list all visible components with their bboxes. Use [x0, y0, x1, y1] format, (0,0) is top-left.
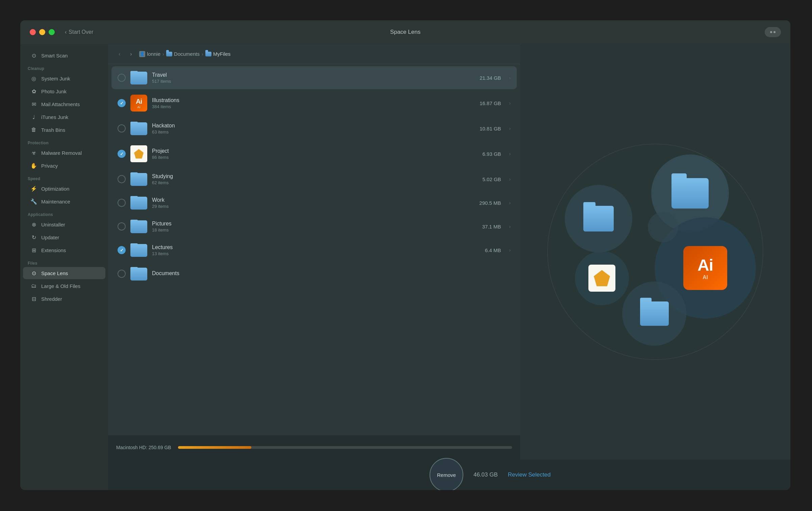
file-row-illustrations[interactable]: ✓ Ai Ai Illustrations 384 items 16.87 GB [111, 90, 517, 116]
sidebar-item-mail-attachments[interactable]: ✉ Mail Attachments [23, 98, 105, 110]
sidebar-item-malware-removal[interactable]: ☣ Malware Removal [23, 147, 105, 159]
visualization-panel: Ai AI [520, 44, 790, 460]
sidebar-item-maintenance[interactable]: 🔧 Maintenance [23, 195, 105, 208]
file-list: Travel 517 items 21.34 GB › ✓ [108, 64, 520, 435]
file-items-travel: 517 items [152, 79, 475, 84]
bubble-project[interactable] [575, 251, 629, 305]
maximize-button[interactable] [49, 29, 55, 35]
sidebar-item-label: iTunes Junk [41, 114, 68, 120]
sidebar-item-updater[interactable]: ↻ Updater [23, 231, 105, 243]
ai-icon-bubble-illustrations: Ai AI [683, 246, 727, 290]
file-size-studying: 5.02 GB [482, 176, 501, 182]
ai-text-big: Ai [136, 98, 142, 105]
sidebar-item-label: System Junk [41, 76, 70, 81]
main-window: ‹ Start Over Space Lens ⊙ Smart Scan Cle… [20, 20, 790, 490]
checkbox-studying[interactable] [118, 175, 126, 183]
privacy-icon: ✋ [30, 162, 37, 169]
sketch-diamond-bubble [594, 270, 610, 286]
checkbox-work[interactable] [118, 199, 126, 207]
file-size-lectures: 6.4 MB [485, 247, 501, 253]
page-title: Space Lens [390, 29, 421, 35]
file-row-travel[interactable]: Travel 517 items 21.34 GB › [111, 66, 517, 89]
file-size-hackaton: 10.81 GB [480, 126, 501, 131]
file-items-pictures: 18 items [152, 227, 477, 233]
sidebar-item-trash-bins[interactable]: 🗑 Trash Bins [23, 124, 105, 136]
file-row-hackaton[interactable]: Hackaton 63 items 10.81 GB › [111, 117, 517, 140]
review-selected-button[interactable]: Review Selected [508, 471, 551, 478]
folder-icon-bubble-travel [671, 178, 709, 209]
titlebar-right [765, 27, 781, 37]
remove-button[interactable]: Remove [430, 458, 463, 490]
file-info-work: Work 29 items [152, 197, 475, 209]
checkbox-hackaton[interactable] [118, 124, 126, 132]
nav-arrows: ‹ › [115, 49, 136, 59]
file-row-lectures[interactable]: ✓ Lectures 13 items 6.4 MB › [111, 239, 517, 262]
back-button-label: Start Over [69, 29, 93, 35]
file-name-work: Work [152, 197, 475, 203]
sidebar-item-shredder[interactable]: ⊟ Shredder [23, 293, 105, 305]
main-content: ⊙ Smart Scan Cleanup ◎ System Junk ✿ Pho… [20, 44, 790, 490]
sidebar-item-label: Malware Removal [41, 150, 82, 156]
breadcrumb-documents[interactable]: Documents [166, 51, 200, 57]
more-options-button[interactable] [765, 27, 781, 37]
extensions-icon: ⊞ [30, 247, 37, 253]
checkbox-illustrations[interactable]: ✓ [118, 99, 126, 107]
sidebar-item-extensions[interactable]: ⊞ Extensions [23, 244, 105, 256]
sidebar-item-itunes-junk[interactable]: ♩ iTunes Junk [23, 111, 105, 123]
check-mark3: ✓ [120, 248, 124, 253]
trash-icon: 🗑 [30, 126, 37, 133]
file-row-work[interactable]: Work 29 items 290.5 MB › [111, 191, 517, 214]
breadcrumb-myfiles[interactable]: MyFiles [205, 51, 231, 57]
file-row-studying[interactable]: Studying 62 items 5.02 GB › [111, 168, 517, 191]
file-name-project: Project [152, 148, 478, 154]
bubble-studying[interactable] [622, 282, 686, 346]
breadcrumb-sep: › [162, 51, 164, 57]
sidebar-item-large-old-files[interactable]: 🗂 Large & Old Files [23, 280, 105, 292]
chevron-travel: › [509, 75, 511, 80]
back-button[interactable]: ‹ Start Over [65, 29, 93, 35]
sidebar-section-files: Files [20, 257, 108, 267]
checkbox-project[interactable]: ✓ [118, 150, 126, 158]
close-button[interactable] [30, 29, 36, 35]
file-size-work: 290.5 MB [479, 200, 501, 206]
chevron-lectures: › [509, 247, 511, 253]
file-row-documents[interactable]: Documents [111, 262, 517, 285]
file-info-travel: Travel 517 items [152, 72, 475, 84]
sidebar-item-privacy[interactable]: ✋ Privacy [23, 160, 105, 172]
sidebar-item-photo-junk[interactable]: ✿ Photo Junk [23, 85, 105, 97]
bubble-hackaton[interactable] [565, 185, 632, 252]
checkbox-pictures[interactable] [118, 222, 126, 230]
file-row-pictures[interactable]: Pictures 18 items 37.1 MB › [111, 215, 517, 238]
checkbox-documents[interactable] [118, 270, 126, 278]
nav-back-arrow[interactable]: ‹ [115, 49, 124, 59]
sidebar-item-system-junk[interactable]: ◎ System Junk [23, 72, 105, 84]
action-info: 46.03 GB [474, 471, 498, 478]
breadcrumb-user[interactable]: 👤 lonnie [139, 51, 160, 57]
ai-text-small-bubble: AI [703, 274, 708, 281]
sidebar-section-cleanup: Cleanup [20, 62, 108, 72]
sidebar-section-speed: Speed [20, 172, 108, 182]
file-list-panel: ‹ › 👤 lonnie › Documents [108, 44, 520, 460]
bubble-small1[interactable] [648, 212, 678, 242]
minimize-button[interactable] [39, 29, 45, 35]
folder-icon-travel [130, 71, 147, 84]
sidebar-item-label: Updater [41, 235, 59, 240]
file-row-project[interactable]: ✓ Project 86 items 6.93 GB › [111, 141, 517, 167]
file-name-documents: Documents [152, 270, 511, 276]
sidebar-item-optimization[interactable]: ⚡ Optimization [23, 182, 105, 195]
checkbox-travel[interactable] [118, 74, 126, 82]
folder-icon-pictures [130, 220, 147, 233]
nav-forward-arrow[interactable]: › [126, 49, 136, 59]
checkbox-lectures[interactable]: ✓ [118, 246, 126, 254]
chevron-pictures: › [509, 224, 511, 229]
sidebar-item-smart-scan[interactable]: ⊙ Smart Scan [23, 49, 105, 62]
sidebar-item-uninstaller[interactable]: ⊗ Uninstaller [23, 218, 105, 230]
sidebar-item-label: Trash Bins [41, 127, 65, 133]
sidebar-item-label: Space Lens [41, 270, 68, 276]
chevron-studying: › [509, 176, 511, 182]
file-info-pictures: Pictures 18 items [152, 221, 477, 233]
file-size-project: 6.93 GB [482, 151, 501, 157]
sidebar-item-space-lens[interactable]: ⊙ Space Lens [23, 267, 105, 279]
sidebar-item-label: Mail Attachments [41, 101, 80, 107]
ai-text-small: Ai [137, 105, 141, 109]
